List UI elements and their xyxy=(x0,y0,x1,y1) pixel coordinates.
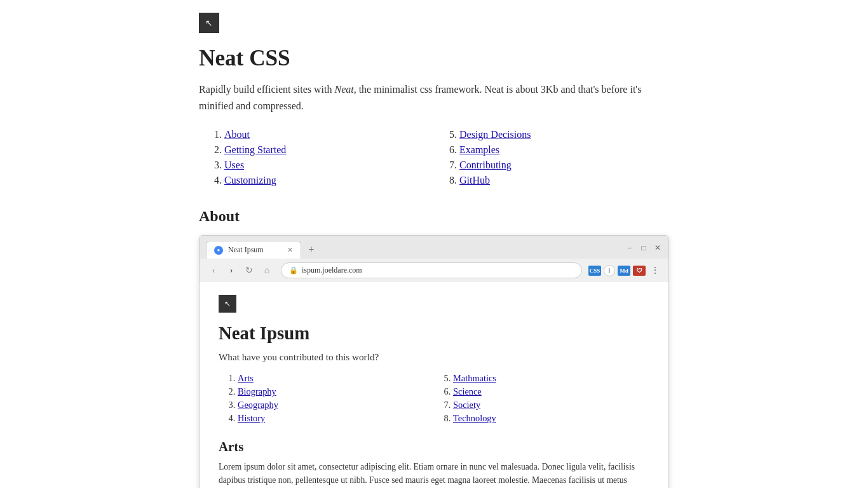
list-item: Technology xyxy=(453,413,649,424)
browser-home-button[interactable]: ⌂ xyxy=(259,263,275,278)
inner-toc-link-science[interactable]: Science xyxy=(453,386,482,396)
toc-link-github[interactable]: GitHub xyxy=(459,175,490,186)
inner-toc-link-history[interactable]: History xyxy=(238,413,265,423)
toc-link-uses[interactable]: Uses xyxy=(224,159,244,170)
inner-page-title: Neat Ipsum xyxy=(219,323,649,344)
intro-text-part1: Rapidly build efficient sites with xyxy=(199,84,334,95)
list-item: History xyxy=(238,413,434,424)
list-item: About xyxy=(224,129,434,140)
inner-toc-col-2: Mathmatics Science Society Technology xyxy=(434,373,649,426)
toc-link-getting-started[interactable]: Getting Started xyxy=(224,144,286,155)
list-item: Arts xyxy=(238,373,434,384)
browser-extensions: CSS i Md 🛡 xyxy=(588,265,646,276)
close-window-button[interactable]: ✕ xyxy=(653,243,662,252)
window-controls: − □ ✕ xyxy=(625,243,662,256)
inner-subtitle: What have you contributed to this world? xyxy=(219,351,649,363)
browser-titlebar: ● Neat Ipsum ✕ + − □ ✕ xyxy=(200,236,668,259)
minimize-button[interactable]: − xyxy=(625,243,634,252)
browser-back-button[interactable]: ‹ xyxy=(206,263,221,278)
list-item: Design Decisions xyxy=(459,129,669,140)
extension-info-icon[interactable]: i xyxy=(604,265,615,276)
extension-md-icon[interactable]: Md xyxy=(618,266,630,276)
tab-close-button[interactable]: ✕ xyxy=(287,246,293,254)
maximize-button[interactable]: □ xyxy=(639,243,648,252)
list-item: Examples xyxy=(459,144,669,156)
tab-title: Neat Ipsum xyxy=(228,245,264,255)
list-item: Contributing xyxy=(459,159,669,171)
inner-back-arrow-icon: ↖ xyxy=(224,299,231,309)
inner-toc-link-geography[interactable]: Geography xyxy=(238,400,278,410)
table-of-contents: About Getting Started Uses Customizing D… xyxy=(199,129,669,190)
toc-list-2: Design Decisions Examples Contributing G… xyxy=(434,129,669,186)
extension-css-icon[interactable]: CSS xyxy=(588,266,601,276)
browser-address-bar[interactable]: 🔒 ispum.joeldare.com xyxy=(281,262,582,278)
inner-toc-link-mathmatics[interactable]: Mathmatics xyxy=(453,373,496,383)
back-arrow-icon: ↖ xyxy=(205,18,213,28)
new-tab-button[interactable]: + xyxy=(302,241,320,259)
inner-back-button[interactable]: ↖ xyxy=(219,295,236,313)
list-item: Society xyxy=(453,400,649,410)
browser-content-area: ↖ Neat Ipsum What have you contributed t… xyxy=(200,282,668,488)
toc-list-1: About Getting Started Uses Customizing xyxy=(199,129,434,186)
list-item: Getting Started xyxy=(224,144,434,156)
inner-toc-link-biography[interactable]: Biography xyxy=(238,386,276,396)
list-item: GitHub xyxy=(459,175,669,186)
toc-link-examples[interactable]: Examples xyxy=(459,144,499,155)
browser-mock: ● Neat Ipsum ✕ + − □ ✕ ‹ › ↻ ⌂ 🔒 xyxy=(199,235,669,488)
page-container: ↖ Neat CSS Rapidly build efficient sites… xyxy=(186,0,682,488)
browser-menu-button[interactable]: ⋮ xyxy=(648,264,662,277)
inner-toc-link-arts[interactable]: Arts xyxy=(238,373,254,383)
list-item: Uses xyxy=(224,159,434,171)
list-item: Customizing xyxy=(224,175,434,186)
browser-chrome: ● Neat Ipsum ✕ + − □ ✕ ‹ › ↻ ⌂ 🔒 xyxy=(200,236,668,282)
browser-forward-button[interactable]: › xyxy=(224,263,239,278)
inner-toc-link-technology[interactable]: Technology xyxy=(453,413,496,423)
toc-link-about[interactable]: About xyxy=(224,129,250,140)
inner-lorem-text: Lorem ipsum dolor sit amet, consectetur … xyxy=(219,461,649,488)
browser-tab[interactable]: ● Neat Ipsum ✕ xyxy=(206,241,301,259)
inner-toc-link-society[interactable]: Society xyxy=(453,400,480,410)
inner-toc: Arts Biography Geography History Mathmat… xyxy=(219,373,649,426)
toc-link-contributing[interactable]: Contributing xyxy=(459,159,512,170)
toc-col-1: About Getting Started Uses Customizing xyxy=(199,129,434,190)
page-title: Neat CSS xyxy=(199,46,669,71)
list-item: Science xyxy=(453,386,649,397)
list-item: Mathmatics xyxy=(453,373,649,384)
inner-toc-list-1: Arts Biography Geography History xyxy=(219,373,434,424)
list-item: Geography xyxy=(238,400,434,410)
tab-favicon: ● xyxy=(214,246,223,255)
intro-paragraph: Rapidly build efficient sites with Neat,… xyxy=(199,81,669,114)
back-button[interactable]: ↖ xyxy=(199,13,219,33)
intro-italic: Neat xyxy=(334,84,353,95)
list-item: Biography xyxy=(238,386,434,397)
about-section-title: About xyxy=(199,208,669,225)
toc-link-customizing[interactable]: Customizing xyxy=(224,175,276,186)
browser-refresh-button[interactable]: ↻ xyxy=(241,263,257,278)
address-lock-icon: 🔒 xyxy=(289,266,298,274)
inner-toc-col-1: Arts Biography Geography History xyxy=(219,373,434,426)
address-url: ispum.joeldare.com xyxy=(302,266,362,275)
browser-toolbar: ‹ › ↻ ⌂ 🔒 ispum.joeldare.com CSS i Md 🛡 … xyxy=(200,259,668,282)
inner-toc-list-2: Mathmatics Science Society Technology xyxy=(434,373,649,424)
toc-link-design-decisions[interactable]: Design Decisions xyxy=(459,129,531,140)
extension-shield-icon[interactable]: 🛡 xyxy=(633,266,646,276)
inner-arts-section-title: Arts xyxy=(219,439,649,454)
toc-col-2: Design Decisions Examples Contributing G… xyxy=(434,129,669,190)
